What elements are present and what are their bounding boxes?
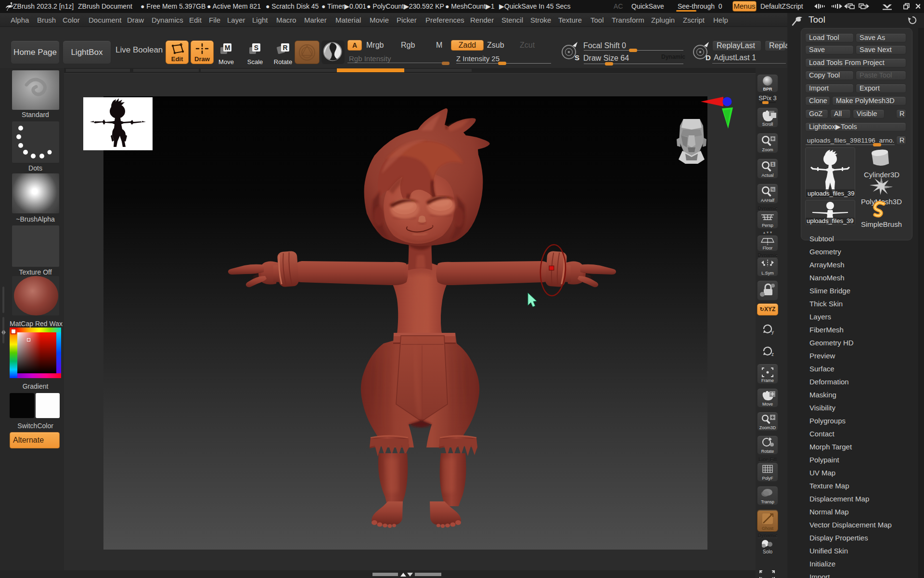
svg-text:D: D	[706, 53, 711, 62]
svg-text:Zoom: Zoom	[762, 147, 773, 152]
svg-text:AAHalf: AAHalf	[761, 198, 775, 203]
svg-text:Solo: Solo	[763, 549, 772, 554]
svg-text:L.Sym: L.Sym	[761, 271, 774, 276]
svg-text:uploads_files_39: uploads_files_39	[808, 190, 855, 197]
svg-text:Actual: Actual	[761, 173, 773, 178]
svg-text:1: 1	[771, 162, 774, 167]
svg-text:Frame: Frame	[761, 378, 774, 383]
svg-text:z: z	[771, 352, 774, 357]
svg-text:Transp: Transp	[761, 499, 774, 504]
svg-text:PolyF: PolyF	[762, 476, 773, 481]
svg-text:uploads_files_39: uploads_files_39	[807, 217, 854, 224]
svg-text:y: y	[771, 329, 774, 335]
svg-text:Persp: Persp	[762, 223, 773, 228]
svg-text:Zoom3D: Zoom3D	[759, 425, 776, 430]
svg-text:Floor: Floor	[763, 246, 773, 250]
svg-text:BPR: BPR	[763, 87, 772, 92]
svg-text:Ghost: Ghost	[762, 526, 774, 531]
svg-text:S: S	[575, 53, 579, 62]
svg-text:R: R	[282, 44, 287, 52]
svg-text:½: ½	[771, 187, 775, 192]
svg-text:S: S	[254, 44, 258, 52]
svg-text:Rotate: Rotate	[761, 449, 774, 454]
svg-text:Move: Move	[762, 402, 773, 407]
svg-text:Scroll: Scroll	[762, 122, 773, 127]
svg-text:M: M	[225, 44, 231, 52]
